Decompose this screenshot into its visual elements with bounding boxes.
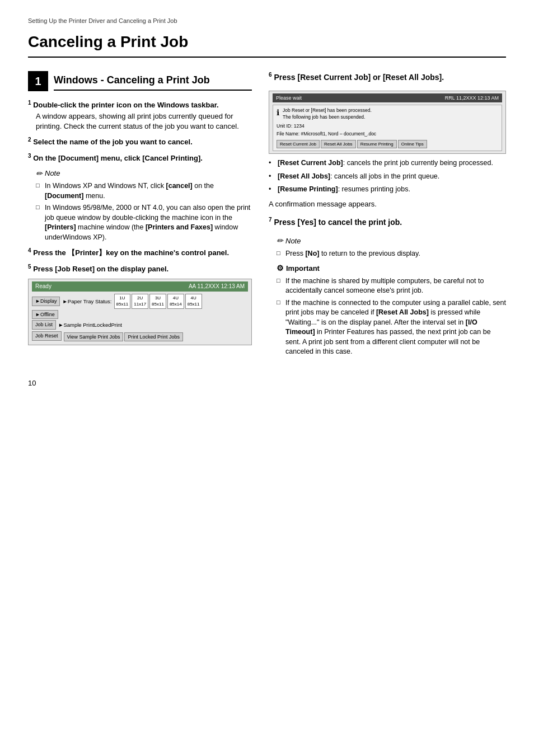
step-2-header: 2 Select the name of the job you want to… — [28, 136, 252, 148]
panel2-btn-reset-current[interactable]: Reset Current Job — [277, 140, 320, 148]
breadcrumb: Setting Up the Printer Driver and Cancel… — [28, 17, 506, 25]
panel2-name: File Name: #Microsoft1, Nord – document_… — [277, 131, 498, 138]
step-1-num: 1 — [28, 100, 31, 106]
bullet-6-0: [Reset Current Job]: cancels the print j… — [269, 158, 506, 168]
note-1-item-1: In Windows 95/98/Me, 2000 or NT 4.0, you… — [36, 203, 252, 242]
tray-1: 1U85x11 — [114, 294, 131, 308]
page: Setting Up the Printer Driver and Cancel… — [0, 0, 534, 411]
note-1: ✏ Note In Windows XP and Windows NT, cli… — [36, 168, 252, 243]
panel-btn-jobreset[interactable]: Job Reset — [32, 331, 62, 341]
panel2-title: Please wait — [276, 95, 302, 102]
section-header: 1 Windows - Canceling a Print Job — [28, 71, 252, 91]
note-2-item-0: Press [No] to return to the previous dis… — [277, 249, 506, 259]
panel2-alert-sub: The following job has been suspended. — [283, 114, 372, 121]
panel2-btn-resume[interactable]: Resume Printing — [357, 140, 397, 148]
panel2-btn-row: Reset Current Job Reset All Jobs Resume … — [277, 140, 498, 148]
step-6: 6 Press [Reset Current Job] or [Reset Al… — [269, 71, 506, 83]
step-4-num: 4 — [28, 247, 31, 253]
section-title: Windows - Canceling a Print Job — [54, 73, 252, 91]
panel2-alert-text: Job Reset or [Reset] has been processed. — [283, 107, 372, 114]
step-2: 2 Select the name of the job you want to… — [28, 136, 252, 148]
section-number: 1 — [28, 71, 48, 91]
pencil-icon: ✏ — [36, 168, 43, 180]
panel-tray-label: ►Paper Tray Status: — [62, 298, 111, 305]
step-6-num: 6 — [269, 72, 272, 78]
panel2-header: Please wait RRL 11,2XXX 12:13 AM — [273, 93, 502, 103]
page-number: 10 — [28, 378, 506, 388]
note-1-item-0: In Windows XP and Windows NT, click [can… — [36, 181, 252, 201]
pencil-icon-2: ✏ — [277, 236, 283, 247]
important-title: ⚙ Important — [277, 263, 506, 274]
step-3: 3 On the [Document] menu, click [Cancel … — [28, 152, 252, 164]
tray-5: 4U85x11 — [185, 294, 202, 308]
panel-row-joblist: Job List ►Sample PrintLockedPrint — [32, 320, 248, 330]
panel2-info: Job Reset or [Reset] has been processed.… — [283, 107, 372, 121]
panel2-btn-reset-all[interactable]: Reset All Jobs — [321, 140, 356, 148]
step-1-body: A window appears, showing all print jobs… — [36, 111, 252, 132]
panel2-unit: Unit ID: 1234 — [277, 123, 498, 130]
step-7: 7 Press [Yes] to cancel the print job. — [269, 216, 506, 228]
tray-3: 3U85x11 — [149, 294, 166, 308]
panel-tray-grid: 1U85x11 2U11x17 3U85x11 4U85x14 4U85x11 — [114, 294, 202, 308]
step-4: 4 Press the 【Printer】key on the machine'… — [28, 247, 252, 259]
step-4-header: 4 Press the 【Printer】key on the machine'… — [28, 247, 252, 259]
important-icon: ⚙ — [277, 263, 284, 274]
step-6-header: 6 Press [Reset Current Job] or [Reset Al… — [269, 71, 506, 83]
panel-btn-display[interactable]: ►Display — [32, 297, 60, 306]
left-column: 1 Windows - Canceling a Print Job 1 Doub… — [28, 71, 252, 361]
panel-row-offline: ►Offline — [32, 310, 248, 320]
bullets-6: [Reset Current Job]: cancels the print j… — [269, 158, 506, 195]
panel-btn-print-locked[interactable]: Print Locked Print Jobs — [124, 332, 183, 342]
important-box: ⚙ Important If the machine is shared by … — [277, 263, 506, 357]
step-7-header: 7 Press [Yes] to cancel the print job. — [269, 216, 506, 228]
panel-header-1: Ready AA 11,2XXX 12:13 AM — [32, 281, 248, 292]
panel2-icon-row: ℹ Job Reset or [Reset] has been processe… — [277, 107, 498, 121]
panel-row-jobreset: Job Reset View Sample Print Jobs Print L… — [32, 331, 248, 342]
panel2-body: ℹ Job Reset or [Reset] has been processe… — [273, 105, 502, 151]
panel-screenshot-1: Ready AA 11,2XXX 12:13 AM ►Display ►Pape… — [28, 279, 252, 345]
tray-4: 4U85x14 — [167, 294, 184, 308]
panel-btn-group: View Sample Print Jobs Print Locked Prin… — [64, 332, 183, 342]
panel2-btn-online-tips[interactable]: Online Tips — [398, 140, 427, 148]
panel-row-display: ►Display ►Paper Tray Status: 1U85x11 2U1… — [32, 294, 248, 308]
tray-2: 2U11x17 — [132, 294, 148, 308]
panel2-time: RRL 11,2XXX 12:13 AM — [445, 95, 499, 102]
panel-btn-joblist[interactable]: Job List — [32, 320, 56, 330]
note-1-items: In Windows XP and Windows NT, click [can… — [36, 181, 252, 242]
important-items: If the machine is shared by multiple com… — [277, 276, 506, 357]
step-1: 1 Double-click the printer icon on the W… — [28, 99, 252, 132]
step-5-header: 5 Press [Job Reset] on the display panel… — [28, 263, 252, 275]
step-5: 5 Press [Job Reset] on the display panel… — [28, 263, 252, 275]
panel-status: Ready — [35, 283, 51, 290]
confirm-msg: A confirmation message appears. — [269, 199, 506, 209]
note-2: ✏ Note Press [No] to return to the previ… — [277, 236, 506, 259]
step-1-header: 1 Double-click the printer icon on the W… — [28, 99, 252, 111]
note-1-title: ✏ Note — [36, 168, 252, 180]
panel-btn-offline[interactable]: ►Offline — [32, 310, 58, 320]
step-5-num: 5 — [28, 264, 31, 270]
step-3-header: 3 On the [Document] menu, click [Cancel … — [28, 152, 252, 164]
panel-sample-label: ►Sample PrintLockedPrint — [58, 321, 122, 328]
note-2-items: Press [No] to return to the previous dis… — [277, 249, 506, 259]
important-item-1: If the machine is connected to the compu… — [277, 298, 506, 357]
step-2-num: 2 — [28, 137, 31, 143]
bullet-6-2: [Resume Printing]: resumes printing jobs… — [269, 185, 506, 195]
bullet-6-1: [Reset All Jobs]: cancels all jobs in th… — [269, 172, 506, 182]
step-7-num: 7 — [269, 217, 272, 223]
right-column: 6 Press [Reset Current Job] or [Reset Al… — [269, 71, 506, 361]
info-icon: ℹ — [277, 107, 279, 119]
panel-time: AA 11,2XXX 12:13 AM — [189, 283, 245, 290]
step-3-num: 3 — [28, 153, 31, 159]
panel-btn-view-sample[interactable]: View Sample Print Jobs — [64, 332, 124, 342]
important-item-0: If the machine is shared by multiple com… — [277, 276, 506, 296]
note-2-title: ✏ Note — [277, 236, 506, 247]
panel-screenshot-2: Please wait RRL 11,2XXX 12:13 AM ℹ Job R… — [269, 91, 506, 154]
main-title: Canceling a Print Job — [28, 31, 506, 57]
